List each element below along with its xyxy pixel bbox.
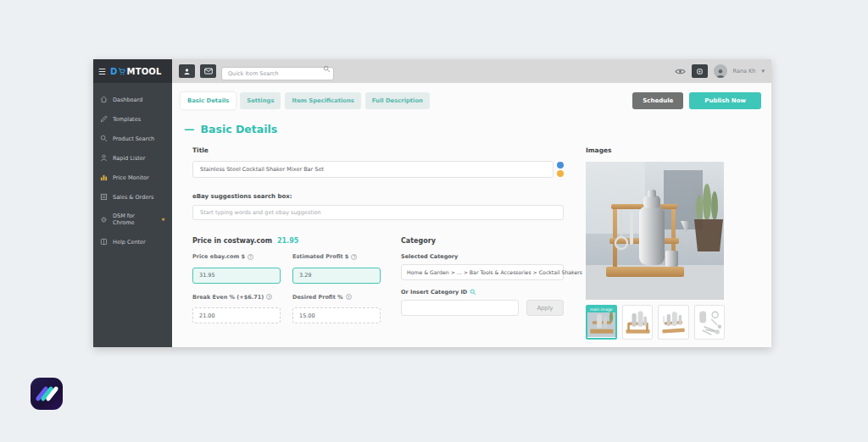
title-warning-badge-icon — [557, 170, 564, 177]
chart-icon — [100, 174, 108, 181]
sidebar-item-product-search[interactable]: Product Search — [93, 129, 172, 148]
avatar-icon — [715, 68, 726, 78]
help-icon[interactable] — [351, 254, 357, 260]
price-source-value: 21.95 — [277, 237, 298, 245]
apply-button[interactable]: Apply — [526, 300, 564, 316]
tab-basic-details[interactable]: Basic Details — [181, 92, 236, 109]
insert-category-label: Or Insert Category ID — [401, 289, 467, 296]
eye-icon[interactable] — [675, 68, 686, 75]
sidebar-header: ☰ D MTOOL — [93, 59, 172, 83]
sidebar-item-label: Price Monitor — [113, 174, 149, 181]
thumbnail-2[interactable] — [622, 305, 654, 340]
thumbnail-4[interactable] — [694, 305, 726, 340]
extension-icon — [696, 68, 704, 75]
sidebar-item-label: Rapid Lister — [113, 155, 146, 162]
sidebar: ☰ D MTOOL Dashboard Templates Product Se… — [93, 59, 172, 347]
category-heading: Category — [401, 237, 564, 245]
desired-profit-label: Desired Profit % — [292, 294, 343, 301]
sidebar-item-label: Dashboard — [113, 97, 142, 103]
app-window: ☰ D MTOOL Dashboard Templates Product Se… — [93, 59, 771, 347]
sidebar-item-label: DSM for Chrome — [113, 213, 154, 226]
price-ebay-input[interactable] — [192, 268, 281, 284]
main-product-image[interactable] — [586, 162, 724, 300]
title-badges — [557, 162, 564, 177]
ebay-suggestions-block: eBay suggestions search box: — [192, 193, 564, 220]
help-icon[interactable] — [248, 254, 253, 260]
menu-icon[interactable]: ☰ — [98, 67, 106, 76]
ebay-suggestions-input[interactable] — [192, 205, 564, 220]
category-id-input[interactable] — [401, 300, 519, 316]
help-icon[interactable] — [266, 294, 272, 300]
break-even-field: Break Even % (+$6.71) — [192, 294, 281, 324]
desired-profit-input[interactable] — [292, 307, 381, 323]
dsm-app-badge[interactable] — [31, 378, 63, 410]
estimated-profit-input[interactable] — [292, 268, 381, 284]
search-icon — [100, 135, 108, 142]
sidebar-nav: Dashboard Templates Product Search Rapid… — [93, 83, 172, 251]
product-photo — [586, 162, 724, 300]
search-input[interactable] — [221, 67, 334, 80]
category-id-row: Apply — [401, 300, 564, 316]
heading-dash: — — [184, 123, 195, 135]
sidebar-item-dashboard[interactable]: Dashboard — [93, 90, 172, 109]
person-icon — [183, 68, 191, 75]
tabs: Basic Details Settings Item Specificatio… — [181, 92, 430, 109]
cart-icon — [118, 68, 125, 75]
schedule-button[interactable]: Schedule — [632, 92, 683, 109]
selected-category-select[interactable]: Home & Garden > ... > Bar Tools & Access… — [401, 264, 564, 280]
price-category-row: Price in costway.com 21.95 Price ebay.co… — [192, 237, 564, 323]
price-ebay-label: Price ebay.com $ — [192, 253, 245, 260]
chrome-rating-badge: ★ — [161, 217, 165, 222]
thumbnail-3[interactable] — [658, 305, 689, 340]
ebay-suggestions-label: eBay suggestions search box: — [192, 193, 564, 200]
thumbnail-1-selected[interactable]: main image — [586, 305, 617, 340]
publish-now-button[interactable]: Publish Now — [689, 92, 761, 109]
gear-icon — [100, 216, 108, 224]
tab-settings[interactable]: Settings — [240, 92, 281, 109]
avatar[interactable] — [714, 64, 727, 78]
sidebar-item-rapid-lister[interactable]: Rapid Lister — [93, 148, 172, 168]
title-label: Title — [192, 146, 564, 154]
dsm-tool-logo: D MTOOL — [110, 67, 162, 76]
sidebar-item-price-monitor[interactable]: Price Monitor — [93, 168, 172, 187]
tab-item-specifications[interactable]: Item Specifications — [285, 92, 360, 109]
help-icon[interactable] — [346, 294, 352, 300]
pencil-icon — [100, 115, 108, 123]
images-section: Images — [586, 146, 725, 340]
messages-button[interactable] — [200, 64, 216, 78]
chevron-down-icon[interactable]: ▾ — [761, 68, 765, 75]
topbar: Rana Kh ▾ — [172, 59, 771, 83]
logo-text: MTOOL — [126, 67, 161, 76]
break-even-input[interactable] — [192, 307, 281, 323]
user-name: Rana Kh — [733, 68, 756, 75]
help-icon — [100, 238, 108, 246]
thumb-photo — [623, 306, 653, 339]
person-icon — [100, 154, 108, 162]
desired-profit-field: Desired Profit % — [292, 294, 381, 324]
sidebar-item-dsm-for-chrome[interactable]: DSM for Chrome ★ — [93, 207, 172, 232]
price-section-heading: Price in costway.com 21.95 — [192, 237, 381, 245]
title-input[interactable] — [192, 161, 554, 178]
topbar-right: Rana Kh ▾ — [675, 64, 765, 78]
lister-button[interactable] — [179, 64, 195, 78]
price-source-label: Price in costway.com — [192, 237, 272, 245]
price-fields-grid: Price ebay.com $ Estimated Profit $ Brea… — [192, 253, 381, 323]
content-area: Basic Details Settings Item Specificatio… — [172, 83, 771, 347]
sidebar-item-sales-orders[interactable]: Sales & Orders — [93, 187, 172, 207]
action-buttons: Schedule Publish Now — [632, 92, 761, 109]
sidebar-item-templates[interactable]: Templates — [93, 109, 172, 129]
price-section: Price in costway.com 21.95 Price ebay.co… — [192, 237, 381, 323]
sidebar-item-label: Sales & Orders — [113, 194, 153, 201]
sidebar-item-help-center[interactable]: Help Center — [93, 232, 172, 251]
extension-button[interactable] — [692, 64, 708, 78]
tab-full-description[interactable]: Full Description — [365, 92, 430, 109]
selected-category-value: Home & Garden > ... > Bar Tools & Access… — [407, 269, 582, 275]
estimated-profit-field: Estimated Profit $ — [292, 253, 381, 284]
category-section: Category Selected Category Home & Garden… — [401, 237, 564, 323]
images-heading: Images — [586, 146, 725, 154]
form-layout: Title eBay suggestions search box: — [181, 146, 761, 340]
title-count-badge-icon — [557, 162, 564, 169]
section-heading: — Basic Details — [184, 123, 761, 135]
search-icon[interactable] — [470, 289, 476, 296]
price-ebay-field: Price ebay.com $ — [192, 253, 281, 284]
